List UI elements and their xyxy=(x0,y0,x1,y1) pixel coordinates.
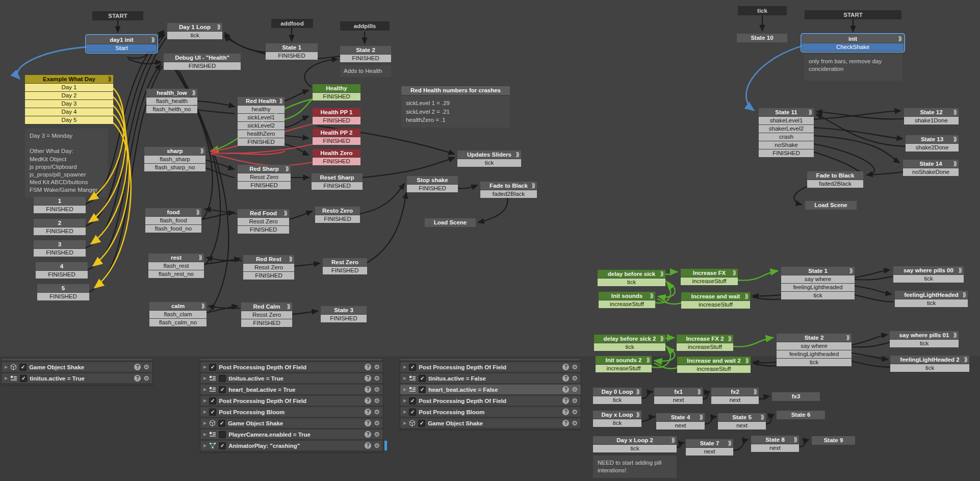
init[interactable]: init))CheckShake xyxy=(802,35,904,51)
state-num-4[interactable]: 4FINISHED xyxy=(36,262,88,279)
fx2[interactable]: fx2))next xyxy=(711,388,759,404)
increase-fx[interactable]: Increase FX))increaseStuff xyxy=(681,269,738,285)
transition-row[interactable]: next xyxy=(656,422,705,429)
fx3[interactable]: fx3 xyxy=(772,392,820,401)
state-num-2[interactable]: 2FINISHED xyxy=(34,219,86,235)
transition-row[interactable]: healthy xyxy=(238,106,285,113)
health-zero[interactable]: Health ZeroFINISHED xyxy=(313,149,360,165)
transition-row[interactable]: tick xyxy=(777,359,852,366)
state-header[interactable]: say where pills 00)) xyxy=(893,266,964,274)
state-header[interactable]: State 8)) xyxy=(751,436,799,444)
red-sharp[interactable]: Red Sharp))Resst ZeroFINISHED xyxy=(238,165,291,189)
state-header[interactable]: Day x Loop 2)) xyxy=(593,436,677,444)
state-2-right[interactable]: State 2))say wherefeelingLightheadedtick xyxy=(777,334,852,366)
expand-arrow-icon[interactable]: ▶ xyxy=(203,407,207,417)
increase-and-wait-2[interactable]: Increase and wait 2))increaseStuff xyxy=(677,357,751,373)
transition-row[interactable]: tick xyxy=(457,159,521,167)
transition-row[interactable]: tick xyxy=(594,343,665,351)
init-sounds-2[interactable]: Init sounds 2))increaseStuff xyxy=(596,356,652,372)
addpills-event[interactable]: addpills xyxy=(340,21,390,31)
transition-row[interactable]: FINISHED xyxy=(340,55,391,62)
transition-row[interactable]: FINISHED xyxy=(34,227,86,235)
action-row[interactable]: ▶✓heart_beat.active = True?⚙ xyxy=(200,385,383,394)
transition-row[interactable]: Day 1 xyxy=(25,84,113,91)
state-header[interactable]: say where pills 01)) xyxy=(890,331,959,339)
transition-row[interactable]: say where xyxy=(777,342,852,350)
transition-row[interactable]: FINISHED xyxy=(241,319,292,327)
help-icon[interactable]: ? xyxy=(134,375,141,382)
transition-row[interactable]: faded2Black xyxy=(480,190,537,198)
transition-row[interactable]: FINISHED xyxy=(313,137,360,145)
increase-fx-2[interactable]: Increase FX 2))increaseStuff xyxy=(677,335,733,351)
expand-arrow-icon[interactable]: ▶ xyxy=(403,418,406,428)
help-icon[interactable]: ? xyxy=(562,375,569,382)
state-header[interactable]: Init sounds)) xyxy=(599,292,655,300)
state-header[interactable]: State 5)) xyxy=(718,413,766,421)
state-header[interactable]: Increase and wait)) xyxy=(681,292,750,300)
fade-to-black-mid[interactable]: Fade to Black))faded2Black xyxy=(480,182,537,198)
transition-row[interactable]: feelingLightheaded xyxy=(781,284,855,291)
help-icon[interactable]: ? xyxy=(365,375,371,382)
state-header[interactable]: Red Food)) xyxy=(238,209,289,217)
settings-gear-icon[interactable]: ⚙ xyxy=(374,364,380,370)
enabled-checkbox[interactable]: ✓ xyxy=(409,364,416,371)
state-header[interactable]: State 1 xyxy=(266,43,318,52)
settings-gear-icon[interactable]: ⚙ xyxy=(572,420,578,426)
transition-row[interactable]: increaseStuff xyxy=(681,277,738,285)
transition-row[interactable]: FINISHED xyxy=(313,93,360,100)
increase-and-wait[interactable]: Increase and wait))increaseStuff xyxy=(681,292,750,309)
state-header[interactable]: delay before sick)) xyxy=(598,270,665,278)
state-header[interactable]: State 4)) xyxy=(656,413,705,421)
help-icon[interactable]: ? xyxy=(365,364,371,370)
state-header[interactable]: Fade to Black)) xyxy=(480,182,537,190)
transition-row[interactable]: flash_rest_no xyxy=(148,270,204,278)
state-2-top[interactable]: State 2FINISHED xyxy=(340,46,391,62)
addfood-event[interactable]: addfood xyxy=(271,19,313,28)
delay-before-sick[interactable]: delay before sick))tick xyxy=(598,270,665,286)
settings-gear-icon[interactable]: ⚙ xyxy=(374,375,380,382)
transition-row[interactable]: flash_helth_no xyxy=(146,106,197,113)
transition-row[interactable]: shakerLevel2 xyxy=(759,125,814,133)
state-header[interactable]: Init sounds 2)) xyxy=(596,356,652,364)
expand-arrow-icon[interactable]: ▶ xyxy=(403,362,406,372)
transition-row[interactable]: faded2Black xyxy=(807,180,863,188)
transition-row[interactable]: shake1Done xyxy=(904,117,959,124)
transition-row[interactable]: Resst Zero xyxy=(241,311,292,319)
settings-gear-icon[interactable]: ⚙ xyxy=(374,431,380,438)
transition-row[interactable]: tick xyxy=(890,364,969,372)
enabled-checkbox[interactable]: ✓ xyxy=(20,375,27,382)
help-icon[interactable]: ? xyxy=(562,364,569,370)
action-row[interactable]: ▶✓Game Object Shake?⚙ xyxy=(2,362,152,372)
state-14[interactable]: State 14))noShakeDone xyxy=(903,160,959,176)
state-header[interactable]: delay before sick 2)) xyxy=(594,335,665,343)
transition-row[interactable]: FINISHED xyxy=(34,206,86,213)
action-row[interactable]: ▶✓Post Processing Bloom?⚙ xyxy=(400,407,581,417)
action-row[interactable]: ▶✓Post Processing Depth Of Field?⚙ xyxy=(400,362,581,372)
transition-row[interactable]: Resst Zero xyxy=(238,173,291,181)
transition-row[interactable]: CheckShake xyxy=(802,43,904,51)
transition-row[interactable]: FINISHED xyxy=(323,267,367,274)
state-12[interactable]: State 12))shake1Done xyxy=(904,108,959,124)
state-header[interactable]: State 12)) xyxy=(904,108,959,116)
settings-gear-icon[interactable]: ⚙ xyxy=(143,364,149,370)
state-header[interactable]: State 2 xyxy=(340,46,391,54)
help-icon[interactable]: ? xyxy=(134,364,141,370)
state-header[interactable]: Red Sharp)) xyxy=(238,165,291,173)
transition-row[interactable]: next xyxy=(751,444,799,452)
state-header[interactable]: Day 1 Loop)) xyxy=(167,23,222,31)
settings-gear-icon[interactable]: ⚙ xyxy=(572,409,578,415)
settings-gear-icon[interactable]: ⚙ xyxy=(572,386,578,393)
transition-row[interactable]: flash_calm_no xyxy=(149,319,207,326)
state-header[interactable]: Day 0 Loop)) xyxy=(593,388,641,396)
settings-gear-icon[interactable]: ⚙ xyxy=(572,375,578,382)
transition-row[interactable]: next xyxy=(711,396,759,404)
transition-row[interactable]: FINISHED xyxy=(238,182,291,189)
state-header[interactable]: Updates Sliders)) xyxy=(457,150,521,159)
help-icon[interactable]: ? xyxy=(365,386,371,393)
sharp[interactable]: sharp))flash_sharpflash_sharp_no xyxy=(144,147,205,171)
state-header[interactable]: 5 xyxy=(37,284,89,292)
state-header[interactable]: Health Zero xyxy=(313,149,360,157)
transition-row[interactable]: increaseStuff xyxy=(677,343,733,351)
state-num-1[interactable]: 1FINISHED xyxy=(34,197,86,213)
transition-row[interactable]: Day 5 xyxy=(25,116,113,124)
